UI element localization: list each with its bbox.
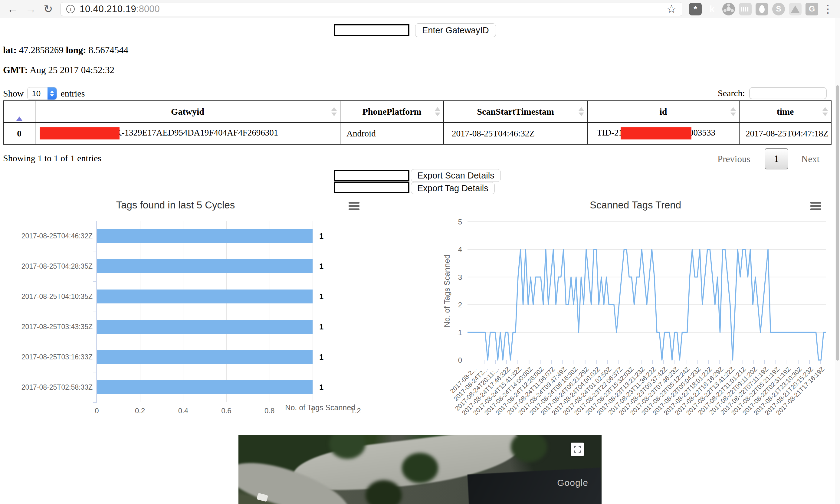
export-scan-input[interactable] [334, 170, 409, 181]
google-drive-extension-icon[interactable] [789, 3, 802, 15]
browser-toolbar: ← → ↻ i 10.40.210.19:8000 ☆ * k S G ⋮ [0, 0, 840, 18]
bar-chart-gridline [226, 221, 227, 402]
google-watermark: Google [557, 478, 588, 488]
browser-back-icon[interactable]: ← [7, 4, 18, 15]
column-header-index[interactable] [3, 101, 35, 123]
bar-chart-category-label: 2017-08-25T04:46:32Z [21, 232, 93, 240]
line-chart-ytick-label: 0 [441, 356, 462, 364]
bookmark-star-icon[interactable]: ☆ [666, 3, 677, 15]
gatwyid-visible-text: K-1329E17AED954DA19F404AF4F2696301 [115, 128, 278, 137]
pagination-next[interactable]: Next [801, 154, 819, 165]
sort-both-icon [731, 107, 736, 116]
bar-1[interactable] [97, 259, 312, 273]
bar-chart-category-label: 2017-08-25T02:58:33Z [21, 383, 93, 392]
bar-3[interactable] [97, 320, 312, 334]
bar-chart-gridline [356, 221, 356, 402]
bar-0[interactable] [97, 229, 312, 243]
line-chart-plot-area: 0123452017-08-2...2017-08-24T2...2017-08… [467, 222, 826, 360]
page-info-icon[interactable]: i [66, 5, 75, 13]
egg-icon [759, 5, 765, 13]
k-extension-icon[interactable]: k [705, 3, 718, 15]
url-bar[interactable]: i 10.40.210.19:8000 ☆ [60, 2, 682, 16]
page-size-select[interactable]: 10 [27, 87, 57, 100]
column-label: Gatwyid [171, 107, 204, 116]
phone-platform-cell: Android [340, 123, 444, 144]
web-scraper-extension-icon[interactable]: * [689, 3, 702, 15]
line-chart-ytick-label: 4 [441, 245, 462, 254]
export-tag-input[interactable] [334, 181, 409, 193]
select-stepper-icon [48, 87, 57, 100]
bar-data-label: 1 [319, 292, 323, 301]
pagination-page-1[interactable]: 1 [765, 148, 788, 169]
gmt-value: Aug 25 2017 04:52:32 [30, 65, 114, 75]
gmt-label: GMT: [3, 65, 28, 75]
satellite-map[interactable]: Google [238, 435, 602, 504]
export-tag-details-button[interactable]: Export Tag Details [411, 182, 495, 194]
table-summary: Showing 1 to 1 of 1 entries [3, 153, 101, 163]
sort-both-icon [578, 107, 584, 116]
skype-extension-icon[interactable]: S [772, 3, 785, 15]
column-header-scanstart[interactable]: ScanStartTimestam [444, 101, 587, 123]
page-scrollbar[interactable] [835, 18, 840, 504]
table-search-input[interactable] [749, 87, 827, 99]
bar-chart-gridline [183, 221, 183, 402]
table-search-control: Search: [718, 87, 827, 99]
bar-chart-gridline [140, 221, 140, 402]
sort-both-icon [331, 107, 337, 116]
browser-menu-icon[interactable]: ⋮ [822, 4, 833, 15]
scan-start-cell: 2017-08-25T04:46:32Z [444, 123, 587, 144]
table-header-row: Gatwyid PhonePlatform ScanStartTimestam … [3, 101, 831, 123]
table-row[interactable]: 0 K-1329E17AED954DA19F404AF4F2696301 And… [3, 123, 831, 144]
bar-chart-category-label: 2017-08-25T04:10:35Z [21, 292, 93, 301]
gateway-id-input[interactable] [334, 24, 409, 36]
column-header-id[interactable]: id [587, 101, 739, 123]
bar-2[interactable] [97, 289, 312, 303]
column-header-time[interactable]: time [739, 101, 831, 123]
category-axis-tick [93, 221, 97, 221]
redaction-block [621, 127, 692, 140]
g-extension-icon[interactable]: G [805, 3, 818, 15]
page-length-control: Show 10 entries [3, 87, 85, 100]
bar-5[interactable] [97, 380, 312, 394]
lat-long-line: lat: 47.2858269 long: 8.5674544 [3, 45, 128, 56]
row-index-cell: 0 [3, 123, 35, 144]
export-scan-details-button[interactable]: Export Scan Details [411, 169, 501, 182]
column-label: PhonePlatform [362, 107, 422, 116]
bar-chart-plot-area: 00.20.40.60.811.22017-08-25T04:46:32Z120… [96, 221, 355, 402]
egg-extension-icon[interactable] [755, 3, 768, 15]
bar-data-label: 1 [319, 323, 323, 331]
time-cell: 2017-08-25T04:47:18Z [739, 123, 831, 144]
bar-4[interactable] [97, 350, 312, 364]
browser-forward-icon[interactable]: → [25, 4, 36, 15]
bar-chart-tags-last-cycles: Tags found in last 5 Cycles 00.20.40.60.… [3, 195, 366, 434]
redaction-block [40, 127, 120, 140]
fullscreen-button[interactable] [571, 443, 584, 456]
column-header-phoneplatform[interactable]: PhonePlatform [340, 101, 444, 123]
video-downloader-extension-icon[interactable] [722, 3, 735, 15]
scan-results-table: Gatwyid PhonePlatform ScanStartTimestam … [3, 101, 832, 145]
entries-label: entries [60, 88, 85, 98]
line-chart-ytick-label: 2 [441, 301, 462, 309]
bar-data-label: 1 [319, 262, 323, 271]
enter-gatewayid-button[interactable]: Enter GatewayID [415, 23, 496, 37]
bar-chart-gridline [270, 221, 270, 402]
scrollbar-thumb[interactable] [836, 85, 839, 361]
map-tree [402, 453, 438, 483]
category-axis-tick [93, 372, 97, 373]
sort-both-icon [822, 107, 828, 116]
tamper-chrome-extension-icon[interactable] [739, 3, 752, 15]
fullscreen-icon [573, 445, 581, 453]
browser-reload-icon[interactable]: ↻ [43, 4, 53, 15]
id-prefix: TID-21 [597, 128, 623, 137]
column-header-gatwyid[interactable]: Gatwyid [35, 101, 340, 123]
bar-chart-category-label: 2017-08-25T03:16:33Z [21, 353, 93, 361]
column-label: time [777, 107, 794, 116]
drive-triangle-icon [791, 5, 800, 13]
pagination-previous[interactable]: Previous [717, 154, 750, 165]
sort-both-icon [435, 107, 440, 116]
chart-menu-icon[interactable] [348, 202, 359, 210]
extension-icons: * k S G [689, 3, 818, 15]
bar-data-label: 1 [319, 383, 323, 392]
chart-menu-icon[interactable] [810, 202, 821, 210]
bar-chart-category-label: 2017-08-25T04:28:35Z [21, 262, 93, 270]
